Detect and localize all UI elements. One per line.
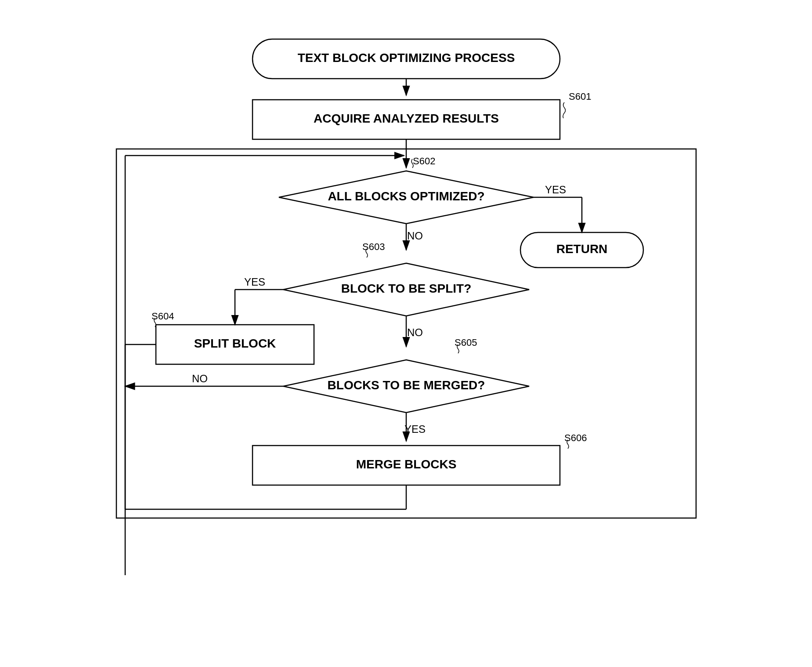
- s603-label: BLOCK TO BE SPLIT?: [341, 282, 471, 295]
- no-label-s603: NO: [407, 326, 423, 338]
- return-label: RETURN: [556, 242, 607, 256]
- s605-label: BLOCKS TO BE MERGED?: [327, 378, 485, 392]
- s604-label: SPLIT BLOCK: [194, 337, 276, 350]
- s606-label: MERGE BLOCKS: [356, 457, 456, 471]
- s604-step: S604: [152, 311, 174, 322]
- no-label-s605: NO: [192, 373, 208, 384]
- s601-step: S601: [569, 91, 591, 102]
- yes-label-s605: YES: [404, 423, 425, 435]
- s601-label: ACQUIRE ANALYZED RESULTS: [313, 112, 498, 125]
- s602-label: ALL BLOCKS OPTIMIZED?: [328, 189, 484, 203]
- s605-step: S605: [455, 337, 477, 348]
- s602-step: S602: [413, 156, 435, 167]
- flowchart-diagram: TEXT BLOCK OPTIMIZING PROCESS ACQUIRE AN…: [99, 26, 714, 641]
- s606-step: S606: [564, 432, 587, 443]
- yes-label-s602: YES: [545, 184, 566, 196]
- no-label-s602: NO: [407, 230, 423, 242]
- start-label: TEXT BLOCK OPTIMIZING PROCESS: [297, 51, 515, 65]
- yes-label-s603: YES: [244, 276, 265, 288]
